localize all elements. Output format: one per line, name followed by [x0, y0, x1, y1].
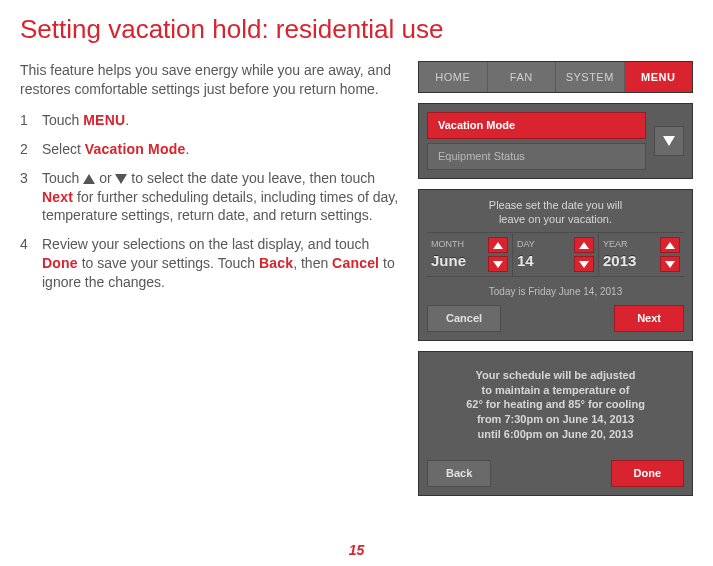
- day-down-button[interactable]: [574, 256, 594, 272]
- chevron-down-icon: [663, 136, 675, 146]
- arrow-down-icon: [115, 174, 127, 184]
- tab-menu[interactable]: MENU: [625, 62, 693, 92]
- step-num-3: 3: [20, 169, 42, 226]
- tabs-panel: HOME FAN SYSTEM MENU: [418, 61, 693, 93]
- step-num-2: 2: [20, 140, 42, 159]
- year-up-button[interactable]: [660, 237, 680, 253]
- step-2-text: Select Vacation Mode.: [42, 140, 400, 159]
- menu-scroll-down-button[interactable]: [654, 126, 684, 156]
- year-label: YEAR: [603, 238, 628, 250]
- intro-text: This feature helps you save energy while…: [20, 61, 400, 99]
- month-label: MONTH: [431, 238, 464, 250]
- today-text: Today is Friday June 14, 2013: [419, 281, 692, 305]
- page-number: 15: [0, 541, 713, 560]
- year-value: 2013: [603, 251, 636, 271]
- tab-home[interactable]: HOME: [419, 62, 488, 92]
- arrow-down-icon: [579, 261, 589, 268]
- arrow-down-icon: [665, 261, 675, 268]
- day-label: DAY: [517, 238, 535, 250]
- month-value: June: [431, 251, 466, 271]
- year-column: YEAR 2013: [598, 233, 684, 276]
- date-prompt: Please set the date you will leave on yo…: [419, 190, 692, 231]
- summary-text: Your schedule will be adjusted to mainta…: [419, 352, 692, 460]
- arrow-up-icon: [493, 242, 503, 249]
- next-button[interactable]: Next: [614, 305, 684, 332]
- step-1-text: Touch MENU.: [42, 111, 400, 130]
- step-num-4: 4: [20, 235, 42, 292]
- menu-panel: Vacation Mode Equipment Status: [418, 103, 693, 179]
- menu-item-vacation-mode[interactable]: Vacation Mode: [427, 112, 646, 139]
- tab-fan[interactable]: FAN: [488, 62, 557, 92]
- step-4-text: Review your selections on the last displ…: [42, 235, 400, 292]
- date-panel: Please set the date you will leave on yo…: [418, 189, 693, 341]
- arrow-down-icon: [493, 261, 503, 268]
- month-up-button[interactable]: [488, 237, 508, 253]
- day-column: DAY 14: [512, 233, 598, 276]
- step-num-1: 1: [20, 111, 42, 130]
- done-button[interactable]: Done: [611, 460, 685, 487]
- page-title: Setting vacation hold: residential use: [20, 12, 693, 47]
- day-value: 14: [517, 251, 534, 271]
- arrow-up-icon: [83, 174, 95, 184]
- day-up-button[interactable]: [574, 237, 594, 253]
- arrow-up-icon: [579, 242, 589, 249]
- back-button[interactable]: Back: [427, 460, 491, 487]
- arrow-up-icon: [665, 242, 675, 249]
- menu-item-equipment-status[interactable]: Equipment Status: [427, 143, 646, 170]
- month-column: MONTH June: [427, 233, 512, 276]
- year-down-button[interactable]: [660, 256, 680, 272]
- month-down-button[interactable]: [488, 256, 508, 272]
- step-3-text: Touch or to select the date you leave, t…: [42, 169, 400, 226]
- cancel-button[interactable]: Cancel: [427, 305, 501, 332]
- summary-panel: Your schedule will be adjusted to mainta…: [418, 351, 693, 496]
- tab-system[interactable]: SYSTEM: [556, 62, 625, 92]
